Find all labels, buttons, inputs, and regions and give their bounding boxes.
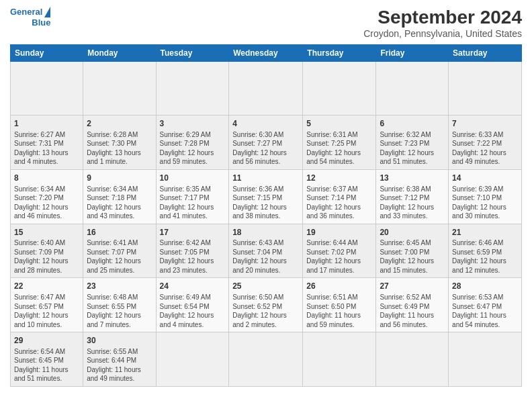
- day-number: 11: [232, 173, 299, 184]
- calendar-cell: [303, 62, 376, 116]
- day-detail: Sunrise: 6:52 AMSunset: 6:49 PMDaylight:…: [380, 293, 445, 329]
- calendar-cell: 27Sunrise: 6:52 AMSunset: 6:49 PMDayligh…: [376, 278, 449, 332]
- page: General Blue September 2024 Croydon, Pen…: [0, 0, 532, 411]
- day-number: 15: [14, 227, 79, 238]
- day-detail: Sunrise: 6:39 AMSunset: 7:10 PMDaylight:…: [452, 185, 518, 221]
- calendar-cell: [303, 332, 376, 387]
- col-header-sunday: Sunday: [11, 45, 83, 62]
- calendar-cell: 19Sunrise: 6:44 AMSunset: 7:02 PMDayligh…: [303, 224, 376, 278]
- logo-text2: Blue: [32, 17, 50, 28]
- col-header-wednesday: Wednesday: [229, 45, 303, 62]
- day-detail: Sunrise: 6:43 AMSunset: 7:04 PMDaylight:…: [232, 238, 299, 275]
- calendar-cell: 6Sunrise: 6:32 AMSunset: 7:23 PMDaylight…: [376, 116, 449, 170]
- day-detail: Sunrise: 6:53 AMSunset: 6:47 PMDaylight:…: [452, 293, 518, 329]
- main-title: September 2024: [363, 7, 522, 28]
- day-number: 30: [87, 335, 152, 347]
- col-header-thursday: Thursday: [303, 45, 376, 62]
- calendar-cell: 17Sunrise: 6:42 AMSunset: 7:05 PMDayligh…: [156, 224, 229, 278]
- subtitle: Croydon, Pennsylvania, United States: [363, 28, 522, 39]
- day-detail: Sunrise: 6:31 AMSunset: 7:25 PMDaylight:…: [306, 130, 372, 167]
- calendar-cell: 23Sunrise: 6:48 AMSunset: 6:55 PMDayligh…: [83, 278, 156, 332]
- day-detail: Sunrise: 6:50 AMSunset: 6:52 PMDaylight:…: [232, 293, 299, 329]
- day-detail: Sunrise: 6:55 AMSunset: 6:44 PMDaylight:…: [87, 347, 152, 383]
- day-detail: Sunrise: 6:28 AMSunset: 7:30 PMDaylight:…: [87, 130, 152, 167]
- day-detail: Sunrise: 6:48 AMSunset: 6:55 PMDaylight:…: [87, 293, 152, 329]
- day-number: 6: [380, 118, 445, 130]
- day-detail: Sunrise: 6:41 AMSunset: 7:07 PMDaylight:…: [87, 238, 152, 275]
- day-detail: Sunrise: 6:27 AMSunset: 7:31 PMDaylight:…: [14, 130, 79, 167]
- day-number: 27: [380, 281, 445, 292]
- calendar-header-row: SundayMondayTuesdayWednesdayThursdayFrid…: [11, 45, 522, 62]
- day-number: 7: [452, 118, 518, 130]
- calendar-cell: 29Sunrise: 6:54 AMSunset: 6:45 PMDayligh…: [11, 332, 83, 387]
- calendar-cell: 24Sunrise: 6:49 AMSunset: 6:54 PMDayligh…: [156, 278, 229, 332]
- day-detail: Sunrise: 6:37 AMSunset: 7:14 PMDaylight:…: [306, 185, 372, 221]
- logo-text: General: [10, 7, 42, 17]
- day-number: 8: [14, 173, 79, 184]
- calendar-cell: 1Sunrise: 6:27 AMSunset: 7:31 PMDaylight…: [11, 116, 83, 170]
- calendar-cell: [11, 62, 83, 116]
- logo: General Blue: [10, 7, 50, 28]
- day-number: 18: [232, 227, 299, 238]
- col-header-monday: Monday: [83, 45, 156, 62]
- calendar-cell: 25Sunrise: 6:50 AMSunset: 6:52 PMDayligh…: [229, 278, 303, 332]
- day-number: 20: [380, 227, 445, 238]
- day-number: 29: [14, 335, 79, 347]
- calendar-cell: [229, 62, 303, 116]
- calendar-week-0: [11, 62, 522, 116]
- day-number: 13: [380, 173, 445, 184]
- day-detail: Sunrise: 6:51 AMSunset: 6:50 PMDaylight:…: [306, 293, 372, 329]
- day-number: 24: [160, 281, 226, 292]
- day-number: 3: [160, 118, 226, 130]
- day-detail: Sunrise: 6:42 AMSunset: 7:05 PMDaylight:…: [160, 238, 226, 275]
- day-number: 21: [452, 227, 518, 238]
- day-detail: Sunrise: 6:49 AMSunset: 6:54 PMDaylight:…: [160, 293, 226, 329]
- day-detail: Sunrise: 6:46 AMSunset: 6:59 PMDaylight:…: [452, 238, 518, 275]
- day-number: 26: [306, 281, 372, 292]
- calendar-cell: 2Sunrise: 6:28 AMSunset: 7:30 PMDaylight…: [83, 116, 156, 170]
- day-number: 4: [232, 118, 299, 130]
- day-number: 16: [87, 227, 152, 238]
- calendar-cell: 30Sunrise: 6:55 AMSunset: 6:44 PMDayligh…: [83, 332, 156, 387]
- day-number: 1: [14, 118, 79, 130]
- day-detail: Sunrise: 6:45 AMSunset: 7:00 PMDaylight:…: [380, 238, 445, 275]
- calendar-cell: 21Sunrise: 6:46 AMSunset: 6:59 PMDayligh…: [449, 224, 522, 278]
- calendar-cell: 5Sunrise: 6:31 AMSunset: 7:25 PMDaylight…: [303, 116, 376, 170]
- day-number: 9: [87, 173, 152, 184]
- calendar-week-1: 1Sunrise: 6:27 AMSunset: 7:31 PMDaylight…: [11, 116, 522, 170]
- day-number: 25: [232, 281, 299, 292]
- calendar-cell: 4Sunrise: 6:30 AMSunset: 7:27 PMDaylight…: [229, 116, 303, 170]
- day-detail: Sunrise: 6:44 AMSunset: 7:02 PMDaylight:…: [306, 238, 372, 275]
- calendar-cell: 11Sunrise: 6:36 AMSunset: 7:15 PMDayligh…: [229, 169, 303, 224]
- calendar-cell: 28Sunrise: 6:53 AMSunset: 6:47 PMDayligh…: [449, 278, 522, 332]
- day-number: 17: [160, 227, 226, 238]
- day-number: 5: [306, 118, 372, 130]
- calendar-cell: 22Sunrise: 6:47 AMSunset: 6:57 PMDayligh…: [11, 278, 83, 332]
- calendar: SundayMondayTuesdayWednesdayThursdayFrid…: [10, 44, 522, 387]
- day-detail: Sunrise: 6:34 AMSunset: 7:20 PMDaylight:…: [14, 185, 79, 221]
- calendar-cell: [449, 62, 522, 116]
- day-number: 22: [14, 281, 79, 292]
- calendar-cell: [449, 332, 522, 387]
- calendar-cell: 20Sunrise: 6:45 AMSunset: 7:00 PMDayligh…: [376, 224, 449, 278]
- calendar-cell: 9Sunrise: 6:34 AMSunset: 7:18 PMDaylight…: [83, 169, 156, 224]
- calendar-week-5: 29Sunrise: 6:54 AMSunset: 6:45 PMDayligh…: [11, 332, 522, 387]
- day-number: 23: [87, 281, 152, 292]
- calendar-week-2: 8Sunrise: 6:34 AMSunset: 7:20 PMDaylight…: [11, 169, 522, 224]
- day-detail: Sunrise: 6:47 AMSunset: 6:57 PMDaylight:…: [14, 293, 79, 329]
- title-block: September 2024 Croydon, Pennsylvania, Un…: [363, 7, 522, 39]
- day-number: 19: [306, 227, 372, 238]
- calendar-cell: [376, 332, 449, 387]
- calendar-cell: [156, 332, 229, 387]
- day-number: 2: [87, 118, 152, 130]
- calendar-week-3: 15Sunrise: 6:40 AMSunset: 7:09 PMDayligh…: [11, 224, 522, 278]
- header: General Blue September 2024 Croydon, Pen…: [10, 7, 522, 39]
- calendar-cell: 15Sunrise: 6:40 AMSunset: 7:09 PMDayligh…: [11, 224, 83, 278]
- col-header-saturday: Saturday: [449, 45, 522, 62]
- calendar-week-4: 22Sunrise: 6:47 AMSunset: 6:57 PMDayligh…: [11, 278, 522, 332]
- calendar-cell: 10Sunrise: 6:35 AMSunset: 7:17 PMDayligh…: [156, 169, 229, 224]
- calendar-cell: [376, 62, 449, 116]
- day-detail: Sunrise: 6:33 AMSunset: 7:22 PMDaylight:…: [452, 130, 518, 167]
- day-number: 14: [452, 173, 518, 184]
- day-detail: Sunrise: 6:29 AMSunset: 7:28 PMDaylight:…: [160, 130, 226, 167]
